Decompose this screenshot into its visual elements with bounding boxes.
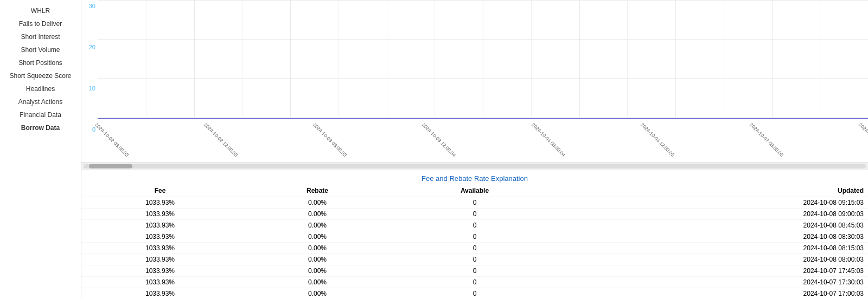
v-grid-7 — [772, 0, 773, 118]
table-row: 1033.93%0.00%02024-10-08 09:00:03 — [81, 209, 868, 220]
col-header-updated: Updated — [553, 185, 868, 197]
sidebar-item-borrow-data[interactable]: Borrow Data — [0, 122, 81, 133]
table-row: 1033.93%0.00%02024-10-08 09:15:03 — [81, 197, 868, 209]
cell-updated: 2024-10-08 08:15:03 — [553, 243, 868, 254]
cell-available: 0 — [396, 254, 553, 265]
table-row: 1033.93%0.00%02024-10-07 17:00:03 — [81, 288, 868, 300]
x-label-5: 2024-10-04 08:00:04 — [530, 122, 539, 131]
cell-available: 0 — [396, 231, 553, 243]
y-label-30: 30 — [81, 3, 98, 9]
cell-rebate: 0.00% — [239, 277, 396, 288]
scrollbar-track — [84, 164, 866, 168]
sidebar: WHLRFails to DeliverShort InterestShort … — [0, 0, 81, 299]
cell-updated: 2024-10-08 08:00:03 — [553, 254, 868, 265]
v-grid-fine-7 — [724, 0, 724, 118]
sidebar-item-short-interest[interactable]: Short Interest — [0, 31, 81, 42]
main-content: 30 20 10 0 — [81, 0, 868, 299]
x-label-8: 2024-10-07 12:00:04 — [858, 122, 866, 131]
cell-updated: 2024-10-07 17:30:03 — [553, 277, 868, 288]
table-body: 1033.93%0.00%02024-10-08 09:15:031033.93… — [81, 197, 868, 300]
cell-fee: 1033.93% — [81, 288, 239, 300]
v-grid-fine-8 — [820, 0, 820, 118]
fee-rebate-link[interactable]: Fee and Rebate Rate Explanation — [81, 170, 868, 185]
chart-area: 30 20 10 0 — [81, 0, 868, 162]
v-grid-5 — [579, 0, 580, 118]
sidebar-item-fails-to-deliver[interactable]: Fails to Deliver — [0, 18, 81, 29]
sidebar-item-financial-data[interactable]: Financial Data — [0, 109, 81, 120]
sidebar-item-short-volume[interactable]: Short Volume — [0, 44, 81, 55]
cell-fee: 1033.93% — [81, 209, 239, 220]
v-grid-6 — [675, 0, 676, 118]
v-grid-4 — [483, 0, 483, 118]
x-label-2: 2024-10-02 12:00:03 — [203, 122, 212, 131]
v-grid-fine-4 — [435, 0, 435, 118]
cell-updated: 2024-10-08 08:30:03 — [553, 231, 868, 243]
cell-updated: 2024-10-08 09:15:03 — [553, 197, 868, 209]
chart-plot — [98, 0, 868, 119]
y-label-20: 20 — [81, 44, 98, 50]
sidebar-item-whlr[interactable]: WHLR — [0, 5, 81, 16]
v-grid-fine-6 — [627, 0, 628, 118]
cell-updated: 2024-10-07 17:45:03 — [553, 265, 868, 277]
table-row: 1033.93%0.00%02024-10-08 08:45:03 — [81, 220, 868, 231]
table-header-row: Fee Rebate Available Updated — [81, 185, 868, 197]
cell-updated: 2024-10-07 17:00:03 — [553, 288, 868, 300]
x-label-3: 2024-10-03 08:00:03 — [312, 122, 321, 131]
cell-available: 0 — [396, 220, 553, 231]
table-row: 1033.93%0.00%02024-10-08 08:15:03 — [81, 243, 868, 254]
v-grid-2 — [290, 0, 291, 118]
cell-rebate: 0.00% — [239, 265, 396, 277]
cell-available: 0 — [396, 277, 553, 288]
borrow-data-table: Fee Rebate Available Updated 1033.93%0.0… — [81, 185, 868, 299]
cell-fee: 1033.93% — [81, 197, 239, 209]
cell-fee: 1033.93% — [81, 254, 239, 265]
cell-fee: 1033.93% — [81, 220, 239, 231]
sidebar-item-analyst-actions[interactable]: Analyst Actions — [0, 96, 81, 107]
table-row: 1033.93%0.00%02024-10-08 08:30:03 — [81, 231, 868, 243]
v-grid-fine-2 — [242, 0, 242, 118]
cell-available: 0 — [396, 243, 553, 254]
cell-rebate: 0.00% — [239, 209, 396, 220]
y-axis: 30 20 10 0 — [81, 0, 98, 135]
x-label-6: 2024-10-04 12:00:03 — [640, 122, 648, 131]
cell-rebate: 0.00% — [239, 220, 396, 231]
cell-rebate: 0.00% — [239, 243, 396, 254]
col-header-rebate: Rebate — [239, 185, 396, 197]
table-row: 1033.93%0.00%02024-10-08 08:00:03 — [81, 254, 868, 265]
v-grid-fine-5 — [531, 0, 532, 118]
x-label-4: 2024-10-03 12:00:04 — [421, 122, 430, 131]
horizontal-scrollbar[interactable] — [81, 162, 868, 170]
sidebar-item-headlines[interactable]: Headlines — [0, 83, 81, 94]
v-grid-3 — [387, 0, 387, 118]
cell-fee: 1033.93% — [81, 265, 239, 277]
table-row: 1033.93%0.00%02024-10-07 17:45:03 — [81, 265, 868, 277]
table-area: Fee Rebate Available Updated 1033.93%0.0… — [81, 185, 868, 299]
cell-available: 0 — [396, 209, 553, 220]
col-header-available: Available — [396, 185, 553, 197]
cell-rebate: 0.00% — [239, 254, 396, 265]
cell-rebate: 0.00% — [239, 288, 396, 300]
y-label-10: 10 — [81, 85, 98, 92]
chart-container: 30 20 10 0 — [81, 0, 868, 135]
sidebar-item-short-positions[interactable]: Short Positions — [0, 57, 81, 68]
cell-available: 0 — [396, 265, 553, 277]
col-header-fee: Fee — [81, 185, 239, 197]
cell-available: 0 — [396, 288, 553, 300]
x-label-7: 2024-10-07 08:00:03 — [749, 122, 757, 131]
cell-available: 0 — [396, 197, 553, 209]
table-row: 1033.93%0.00%02024-10-07 17:30:03 — [81, 277, 868, 288]
cell-updated: 2024-10-08 09:00:03 — [553, 209, 868, 220]
cell-rebate: 0.00% — [239, 197, 396, 209]
cell-updated: 2024-10-08 08:45:03 — [553, 220, 868, 231]
cell-fee: 1033.93% — [81, 231, 239, 243]
x-axis: 2024-10-02 08:00:03 2024-10-02 12:00:03 … — [98, 119, 868, 157]
sidebar-item-short-squeeze-score[interactable]: Short Squeeze Score — [0, 70, 81, 81]
scrollbar-thumb[interactable] — [89, 164, 132, 168]
cell-rebate: 0.00% — [239, 231, 396, 243]
cell-fee: 1033.93% — [81, 243, 239, 254]
v-grid-fine-3 — [339, 0, 339, 118]
cell-fee: 1033.93% — [81, 277, 239, 288]
v-grid-fine-1 — [146, 0, 146, 118]
v-grid-1 — [194, 0, 195, 118]
